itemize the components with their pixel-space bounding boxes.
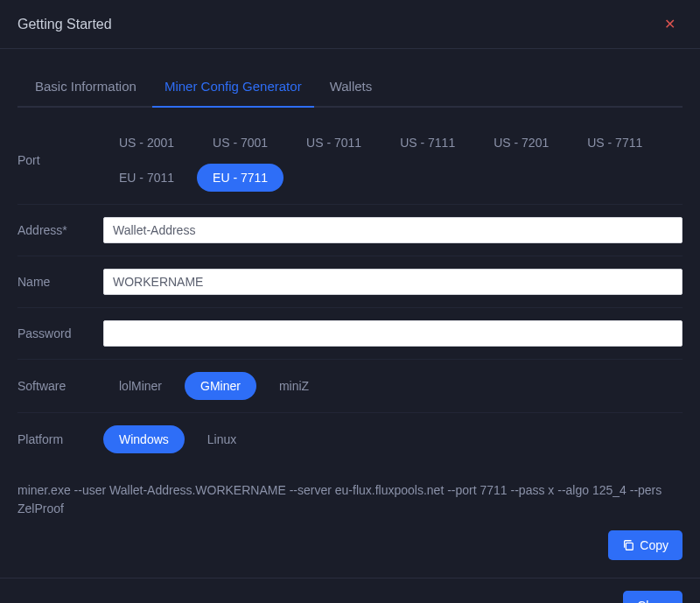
label-software: Software: [18, 379, 103, 393]
label-address: Address*: [18, 223, 103, 237]
label-name: Name: [18, 275, 103, 289]
port-option-us-7001[interactable]: US - 7001: [197, 129, 284, 157]
value-name: [103, 269, 682, 295]
copy-row: Copy: [18, 530, 682, 560]
platform-option-windows[interactable]: Windows: [103, 425, 185, 453]
modal-header: Getting Started ✕: [0, 0, 700, 49]
port-option-us-7201[interactable]: US - 7201: [478, 129, 564, 157]
port-option-eu-7711[interactable]: EU - 7711: [197, 164, 284, 192]
row-platform: Platform Windows Linux: [18, 413, 682, 466]
form-rows: Port US - 2001 US - 7001 US - 7011 US - …: [18, 116, 682, 466]
value-address: [103, 217, 682, 243]
software-option-lolminer[interactable]: lolMiner: [103, 372, 178, 400]
row-name: Name: [18, 256, 682, 308]
platform-option-linux[interactable]: Linux: [192, 425, 252, 453]
label-port: Port: [18, 153, 103, 167]
port-options: US - 2001 US - 7001 US - 7011 US - 7111 …: [103, 129, 682, 192]
copy-button-label: Copy: [640, 538, 668, 552]
modal-title: Getting Started: [18, 17, 112, 32]
value-password: [103, 320, 682, 347]
modal-dialog: Getting Started ✕ Basic Information Mine…: [0, 0, 700, 603]
password-input[interactable]: [103, 320, 682, 347]
modal-footer: Close: [0, 578, 700, 603]
port-option-us-7111[interactable]: US - 7111: [384, 129, 471, 157]
svg-rect-0: [626, 543, 634, 550]
tab-wallets[interactable]: Wallets: [328, 67, 374, 106]
close-button[interactable]: Close: [623, 591, 682, 603]
row-software: Software lolMiner GMiner miniZ: [18, 360, 682, 413]
close-icon[interactable]: ✕: [657, 12, 682, 36]
port-option-us-2001[interactable]: US - 2001: [103, 129, 190, 157]
port-option-us-7711[interactable]: US - 7711: [571, 129, 658, 157]
modal-body: Basic Information Miner Config Generator…: [0, 49, 700, 578]
software-options: lolMiner GMiner miniZ: [103, 372, 682, 400]
label-password: Password: [18, 326, 103, 340]
tab-basic-information[interactable]: Basic Information: [33, 67, 138, 106]
port-option-eu-7011[interactable]: EU - 7011: [103, 164, 190, 192]
tab-miner-config-generator[interactable]: Miner Config Generator: [163, 67, 304, 106]
platform-options: Windows Linux: [103, 425, 682, 453]
row-password: Password: [18, 308, 682, 360]
copy-button[interactable]: Copy: [608, 530, 682, 560]
address-input[interactable]: [103, 217, 682, 243]
command-output: miner.exe --user Wallet-Address.WORKERNA…: [18, 481, 682, 518]
tab-bar: Basic Information Miner Config Generator…: [18, 67, 682, 108]
row-port: Port US - 2001 US - 7001 US - 7011 US - …: [18, 116, 682, 205]
label-platform: Platform: [18, 432, 103, 446]
copy-icon: [622, 539, 634, 551]
software-option-gminer[interactable]: GMiner: [185, 372, 256, 400]
port-option-us-7011[interactable]: US - 7011: [290, 129, 377, 157]
close-button-label: Close: [637, 599, 668, 603]
name-input[interactable]: [103, 269, 682, 295]
row-address: Address*: [18, 205, 682, 256]
software-option-miniz[interactable]: miniZ: [263, 372, 325, 400]
